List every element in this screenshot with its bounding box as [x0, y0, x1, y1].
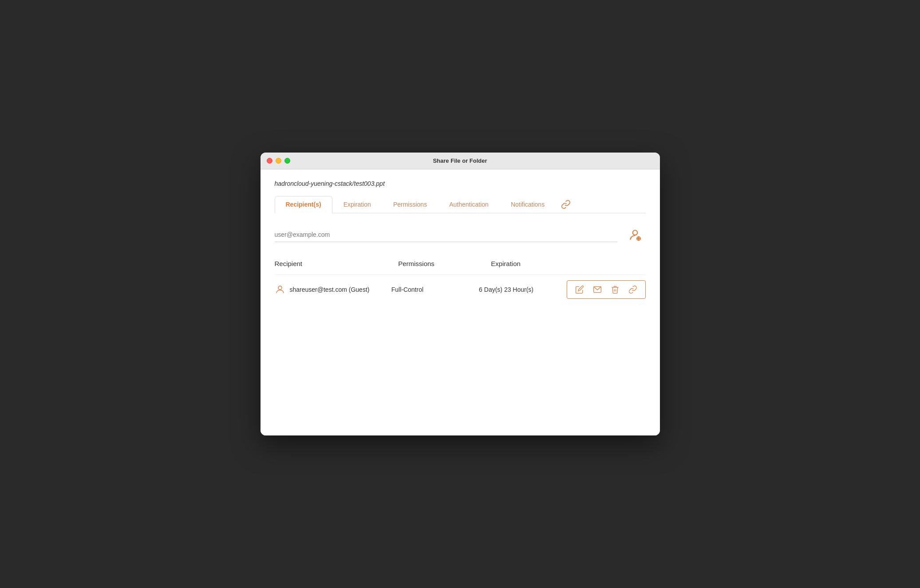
link-tab-icon[interactable] [556, 196, 576, 213]
user-row-icon [275, 284, 285, 295]
email-input[interactable] [275, 227, 617, 242]
chain-link-icon [561, 200, 571, 209]
header-recipient: Recipient [275, 260, 399, 267]
traffic-lights [267, 158, 290, 164]
link-button[interactable] [625, 283, 641, 296]
recipient-cell: shareuser@test.com (Guest) [275, 284, 391, 295]
close-button[interactable] [267, 158, 272, 164]
table-row: shareuser@test.com (Guest) Full-Control … [275, 274, 646, 304]
permissions-cell: Full-Control [391, 286, 479, 293]
delete-button[interactable] [607, 283, 623, 296]
tab-recipients[interactable]: Recipient(s) [275, 196, 332, 213]
header-actions [584, 260, 645, 267]
header-expiration: Expiration [491, 260, 584, 267]
tab-bar: Recipient(s) Expiration Permissions Auth… [275, 196, 646, 213]
add-user-icon [628, 228, 642, 242]
email-button[interactable] [589, 283, 605, 296]
action-buttons [567, 280, 646, 299]
maximize-button[interactable] [284, 158, 290, 164]
tab-expiration[interactable]: Expiration [332, 196, 382, 213]
link-icon [628, 285, 637, 294]
add-user-button[interactable] [624, 228, 646, 242]
table-header: Recipient Permissions Expiration [275, 256, 646, 271]
edit-button[interactable] [572, 283, 588, 296]
svg-point-0 [632, 230, 637, 235]
expiration-cell: 6 Day(s) 23 Hour(s) [479, 286, 566, 293]
svg-point-4 [278, 286, 282, 290]
edit-icon [575, 285, 584, 294]
window-title: Share File or Folder [433, 157, 487, 164]
file-path: hadroncloud-yuening-cstack/test003.ppt [275, 180, 646, 187]
tab-authentication[interactable]: Authentication [438, 196, 500, 213]
main-window: Share File or Folder hadroncloud-yuening… [261, 153, 660, 435]
main-content: hadroncloud-yuening-cstack/test003.ppt R… [261, 169, 660, 435]
tab-permissions[interactable]: Permissions [382, 196, 438, 213]
tab-notifications[interactable]: Notifications [500, 196, 556, 213]
minimize-button[interactable] [276, 158, 281, 164]
trash-icon [611, 285, 620, 294]
email-icon [593, 285, 602, 294]
header-permissions: Permissions [398, 260, 491, 267]
recipient-name: shareuser@test.com (Guest) [290, 286, 370, 293]
titlebar: Share File or Folder [261, 153, 660, 169]
recipient-input-row [275, 227, 646, 242]
